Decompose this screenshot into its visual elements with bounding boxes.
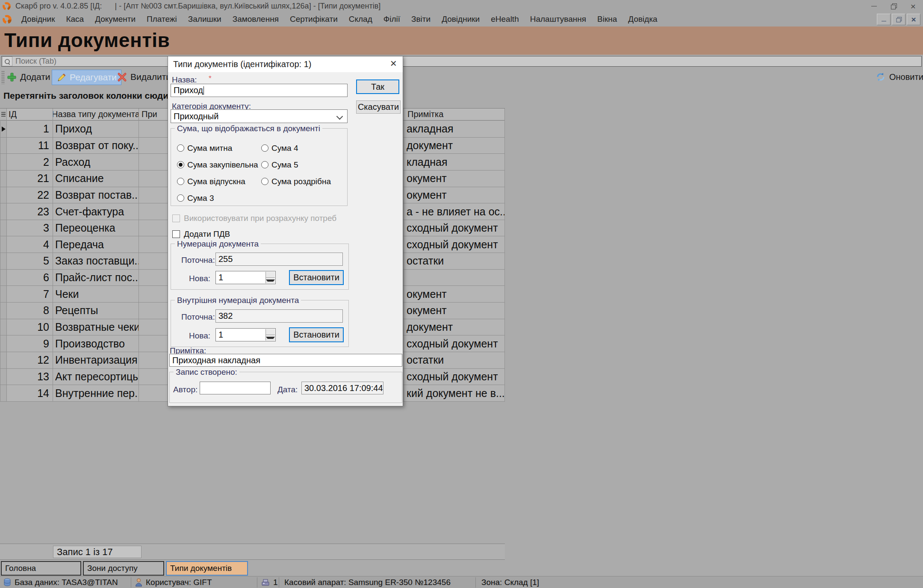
sum-radio-7[interactable]: Сума роздрібна [261, 177, 344, 186]
menu-item-8[interactable]: Склад [343, 13, 378, 26]
sum-radio-5[interactable]: Сума 4 [261, 144, 344, 153]
table-cell: сходный документ [404, 335, 505, 352]
table-cell: окумент [404, 303, 505, 319]
header-selector-cell[interactable] [0, 109, 7, 120]
radio-icon [261, 178, 268, 185]
inner-new-label: Нова: [189, 331, 210, 341]
sum-radio-3[interactable]: Сума відпускна [177, 177, 261, 186]
table-cell: остатки [404, 352, 505, 368]
mdi-minimize-icon [882, 21, 886, 21]
name-input-value: Приход [174, 85, 203, 95]
menu-item-15[interactable]: Довідка [622, 13, 663, 26]
row-selector-cell [0, 187, 7, 203]
table-cell: Рецепты [53, 303, 139, 319]
new-number-spinner[interactable]: 1 [215, 271, 276, 284]
add-vat-checkbox[interactable]: Додати ПДВ [172, 229, 230, 239]
window-tab-1[interactable]: Головна [1, 561, 81, 576]
menu-item-10[interactable]: Звіти [406, 13, 436, 26]
row-selector-cell [0, 303, 7, 319]
search-input[interactable]: Поиск (Tab) [1, 56, 922, 67]
window-tab-2[interactable]: Зони доступу [83, 561, 164, 576]
minimize-button[interactable] [864, 0, 884, 12]
name-label: Назва: [172, 75, 197, 85]
mdi-restore-button[interactable] [892, 14, 905, 25]
category-combobox[interactable]: Приходный [171, 109, 348, 123]
inner-numeration-legend: Внутрішня нумерація документа [175, 296, 301, 305]
dialog-title-bar[interactable]: Типи документів (ідентифікатор: 1) [168, 56, 403, 72]
status-separator [257, 577, 257, 588]
name-input[interactable]: Приход [171, 84, 348, 97]
text-caret [203, 86, 204, 95]
spin-down-icon[interactable] [266, 335, 275, 341]
header-id[interactable]: ІД [7, 109, 53, 120]
sum-radio-1[interactable]: Сума митна [177, 144, 261, 153]
menu-item-2[interactable]: Каса [60, 13, 89, 26]
mdi-close-button[interactable]: × [907, 14, 920, 25]
refresh-button[interactable]: Оновити [876, 70, 923, 84]
inner-set-button[interactable]: Встановити [289, 327, 344, 342]
toolbar-drag-handle[interactable] [1, 71, 4, 84]
status-register-count: 1 [261, 576, 278, 588]
row-selector-cell [0, 369, 7, 385]
spin-up-icon[interactable] [266, 329, 275, 335]
sum-radio-6[interactable]: Сума 5 [261, 160, 344, 170]
header-name[interactable]: Назва типу документа [53, 109, 139, 120]
sum-radio-2[interactable]: Сума закупівельна [177, 160, 261, 170]
menu-item-6[interactable]: Замовлення [227, 13, 284, 26]
menu-item-5[interactable]: Залишки [183, 13, 227, 26]
ok-button[interactable]: Так [356, 79, 399, 94]
menu-item-9[interactable]: Філії [378, 13, 406, 26]
menu-item-14[interactable]: Вікна [592, 13, 622, 26]
menu-item-13[interactable]: Налаштування [525, 13, 592, 26]
table-cell: 5 [7, 253, 53, 269]
table-cell: 21 [7, 171, 53, 187]
radio-icon [261, 144, 268, 152]
dialog-close-icon[interactable]: × [390, 58, 397, 69]
dialog-title: Типи документів (ідентифікатор: 1) [173, 59, 311, 69]
add-button[interactable]: Додати [7, 70, 50, 84]
search-icon [4, 59, 10, 65]
cancel-button[interactable]: Скасувати [356, 100, 401, 114]
grid-customize-icon [1, 112, 6, 117]
table-cell: Чеки [53, 286, 139, 302]
page-title: Типи документів [4, 29, 170, 52]
mdi-close-icon: × [911, 15, 916, 24]
spin-down-icon[interactable] [266, 278, 275, 283]
menu-item-4[interactable]: Платежі [141, 13, 183, 26]
table-cell: документ [404, 138, 505, 154]
inner-new-spinner[interactable]: 1 [215, 328, 276, 341]
ok-button-label: Так [371, 82, 384, 92]
close-button[interactable]: × [903, 0, 923, 12]
table-cell: 10 [7, 319, 53, 335]
edit-button[interactable]: Редагувати [52, 70, 121, 85]
set-number-button[interactable]: Встановити [289, 270, 344, 285]
spin-up-icon[interactable] [266, 272, 275, 278]
spinner-buttons[interactable] [265, 272, 275, 283]
menu-item-11[interactable]: Довідники [436, 13, 485, 26]
menu-item-1[interactable]: Довідник [16, 13, 60, 26]
window-tab-3[interactable]: Типи документів [166, 561, 248, 576]
user-icon [135, 578, 142, 587]
status-register-text: Касовий апарат: Samsung ER-350 №123456 [284, 578, 451, 587]
status-user-text: Користувач: GIFT [146, 578, 212, 587]
note-input[interactable]: Приходная накладная [169, 354, 402, 367]
plus-icon [7, 72, 17, 82]
table-cell: Акт пересортицы [53, 369, 139, 385]
set-number-label: Встановити [293, 273, 339, 282]
document-type-dialog: Типи документів (ідентифікатор: 1) × Наз… [168, 56, 403, 406]
menu-item-3[interactable]: Документи [89, 13, 141, 26]
spinner-buttons[interactable] [265, 329, 275, 341]
author-input[interactable] [200, 382, 271, 394]
menu-item-12[interactable]: eHealth [485, 13, 525, 26]
restore-button[interactable] [884, 0, 903, 12]
status-separator [475, 577, 476, 588]
mdi-minimize-button[interactable] [877, 14, 891, 25]
checkbox-icon [172, 230, 180, 238]
header-note[interactable]: Примітка [404, 109, 505, 120]
status-database-text: База даних: TASA3@TITAN [15, 578, 118, 587]
menu-item-7[interactable]: Сертифікати [284, 13, 343, 26]
date-label: Дата: [277, 385, 298, 394]
date-input[interactable]: 30.03.2016 17:09:44 [301, 382, 383, 394]
sum-radio-4[interactable]: Сума 3 [177, 194, 261, 203]
table-cell: Возвратные чеки [53, 319, 139, 335]
